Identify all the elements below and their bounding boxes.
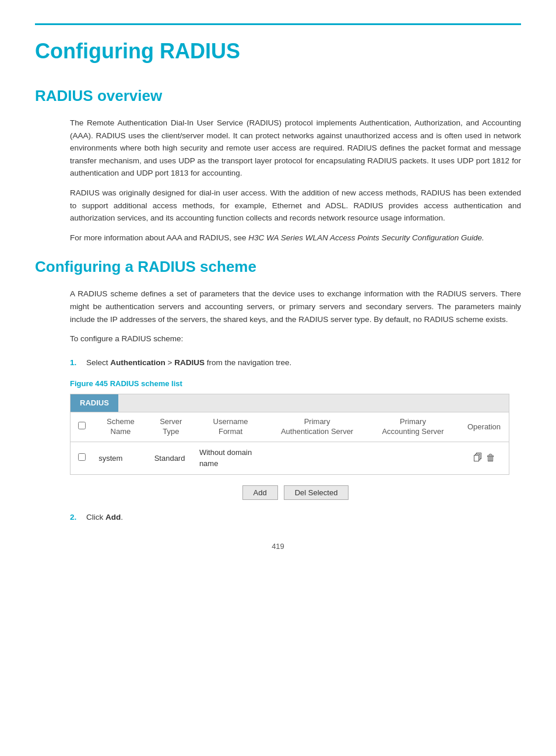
page-header: Configuring RADIUS (35, 23, 521, 67)
header-primary-acct: PrimaryAccounting Server (367, 412, 459, 442)
overview-para-1: The Remote Authentication Dial-In User S… (70, 117, 521, 180)
scheme-title: Configuring a RADIUS scheme (35, 256, 521, 278)
header-operation: Operation (459, 412, 509, 442)
header-checkbox-cell (71, 412, 93, 442)
radius-tab[interactable]: RADIUS (71, 394, 118, 412)
row-operation: 🗍 🗑 (459, 442, 509, 474)
row-server-type: Standard (149, 442, 193, 474)
step-1: 1. Select Authentication > RADIUS from t… (70, 357, 521, 369)
row-primary-acct (367, 442, 459, 474)
overview-section: RADIUS overview The Remote Authenticatio… (35, 85, 521, 244)
operation-icons: 🗍 🗑 (465, 451, 503, 465)
radius-table: SchemeName ServerType UsernameFormat Pri… (71, 412, 509, 474)
row-primary-auth (268, 442, 367, 474)
edit-icon[interactable]: 🗍 (473, 451, 483, 465)
header-scheme-name: SchemeName (93, 412, 148, 442)
scheme-section: Configuring a RADIUS scheme A RADIUS sch… (35, 256, 521, 523)
row-checkbox-cell (71, 442, 93, 474)
overview-para-2: RADIUS was originally designed for dial-… (70, 187, 521, 225)
step-list: 1. Select Authentication > RADIUS from t… (35, 357, 521, 369)
header-server-type: ServerType (149, 412, 193, 442)
overview-body: The Remote Authentication Dial-In User S… (35, 117, 521, 244)
header-primary-auth: PrimaryAuthentication Server (268, 412, 367, 442)
row-username-format: Without domain name (193, 442, 268, 474)
header-username-format: UsernameFormat (193, 412, 268, 442)
page-footer: 419 (35, 541, 521, 552)
action-buttons: Add Del Selected (70, 485, 521, 500)
step-2-number: 2. (70, 512, 82, 523)
radius-tab-bar: RADIUS (71, 394, 509, 412)
scheme-body: A RADIUS scheme defines a set of paramet… (35, 288, 521, 345)
figure-label: Figure 445 RADIUS scheme list (35, 378, 521, 390)
step-1-text: Select Authentication > RADIUS from the … (86, 357, 521, 369)
step-1-number: 1. (70, 357, 82, 369)
overview-title: RADIUS overview (35, 85, 521, 107)
select-all-checkbox[interactable] (78, 422, 86, 429)
del-selected-button[interactable]: Del Selected (284, 485, 349, 500)
page-number: 419 (272, 542, 284, 551)
step-2-list: 2. Click Add. (35, 512, 521, 523)
add-button[interactable]: Add (242, 485, 278, 500)
scheme-para-2: To configure a RADIUS scheme: (70, 332, 521, 345)
row-scheme-name: system (93, 442, 148, 474)
radius-table-container: RADIUS SchemeName ServerType UsernameFor… (70, 394, 509, 474)
delete-icon[interactable]: 🗑 (486, 451, 495, 465)
step-2: 2. Click Add. (70, 512, 521, 523)
table-row: system Standard Without domain name 🗍 🗑 (71, 442, 509, 474)
overview-para-3: For more information about AAA and RADIU… (70, 232, 521, 244)
scheme-para-1: A RADIUS scheme defines a set of paramet… (70, 288, 521, 326)
page-title: Configuring RADIUS (35, 36, 521, 67)
step-2-text: Click Add. (86, 512, 521, 523)
row-checkbox[interactable] (78, 453, 86, 461)
